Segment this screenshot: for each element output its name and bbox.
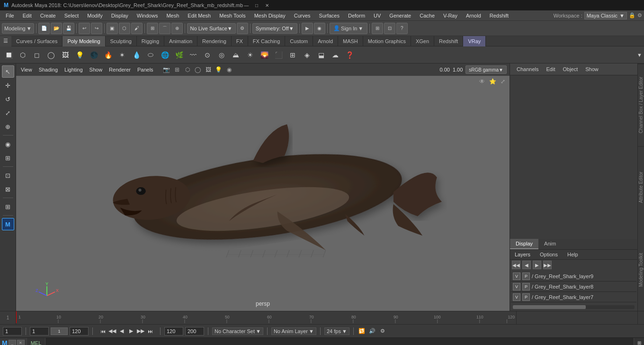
vp-icon-grid[interactable]: ⊞ — [172, 65, 182, 74]
maximize-button[interactable]: □ — [253, 2, 260, 9]
live-surface-dropdown[interactable]: No Live Surface ▼ — [187, 23, 236, 34]
fps-dropdown[interactable]: 24 fps ▼ — [324, 327, 349, 335]
help-subtab[interactable]: Help — [564, 251, 581, 258]
maya-logo-btn[interactable]: M — [2, 218, 14, 230]
edit-tab[interactable]: Edit — [543, 65, 558, 73]
lasso-select[interactable]: ⬡ — [119, 23, 130, 34]
vp-menu-show[interactable]: Show — [88, 66, 105, 73]
shelf-icon-16[interactable]: ⛰ — [229, 48, 242, 62]
tab-custom[interactable]: Custom — [285, 36, 313, 46]
workspace-dropdown[interactable]: Maya Classic ▼ — [584, 12, 627, 19]
snap-grid[interactable]: ⊞ — [147, 23, 158, 34]
paint-select[interactable]: 🖌 — [131, 23, 143, 34]
lock-icon[interactable]: 🔒 — [629, 12, 635, 18]
shelf-icon-2[interactable]: ◻ — [30, 48, 44, 62]
shelf-icon-10[interactable]: ⬭ — [144, 48, 157, 62]
range-start-field[interactable] — [30, 327, 49, 336]
mel-script-editor[interactable]: ⊞ — [634, 338, 644, 345]
shelf-right-control[interactable]: ▼ — [637, 52, 642, 58]
shelf-icon-15[interactable]: ◎ — [215, 48, 228, 62]
shelf-icon-14[interactable]: ⊙ — [201, 48, 214, 62]
close-button[interactable]: ✕ — [264, 2, 270, 9]
vp-bookmark-icon[interactable]: ⭐ — [488, 77, 497, 86]
layer-item-1[interactable]: V P / Grey_Reef_Shark_layer8 — [511, 281, 636, 292]
shelf-icon-12[interactable]: 🌿 — [172, 48, 186, 62]
step-forward-btn[interactable]: ▶▶ — [136, 327, 145, 336]
layer-item-2[interactable]: V P / Grey_Reef_Shark_layer7 — [511, 292, 636, 302]
layer-v-0[interactable]: V — [513, 272, 520, 280]
menu-mesh-tools[interactable]: Mesh Tools — [215, 12, 249, 19]
menu-mesh-display[interactable]: Mesh Display — [250, 12, 289, 19]
gamma-dropdown[interactable]: sRGB gamma ▼ — [465, 65, 507, 74]
tab-fx[interactable]: FX — [232, 36, 248, 46]
play-forward-btn[interactable]: ▶ — [127, 327, 135, 336]
ipr-btn[interactable]: ◉ — [314, 23, 325, 34]
menu-deform[interactable]: Deform — [344, 12, 369, 19]
vp-icon-shadow[interactable]: ◉ — [224, 65, 234, 74]
shelf-icon-22[interactable]: ⬓ — [314, 48, 328, 62]
audio-btn[interactable]: 🔊 — [368, 327, 376, 336]
shelf-icon-0[interactable]: 🔲 — [2, 48, 15, 62]
display-settings-icon[interactable]: ⊞ — [372, 23, 383, 34]
tab-arnold[interactable]: Arnold — [313, 36, 338, 46]
anim-layer-dropdown[interactable]: No Anim Layer ▼ — [271, 327, 316, 335]
frame-all-icon[interactable]: ⊡ — [384, 23, 395, 34]
layer-p-2[interactable]: P — [522, 293, 530, 301]
minimize-button[interactable]: — — [243, 2, 250, 9]
go-to-start-btn[interactable]: ⏮ — [98, 327, 107, 336]
soft-select[interactable]: ◉ — [2, 138, 14, 150]
vp-menu-shading[interactable]: Shading — [37, 66, 60, 73]
tab-fx-caching[interactable]: FX Caching — [248, 36, 285, 46]
snap-curve[interactable]: ⌒ — [159, 23, 170, 34]
mini-window-min[interactable]: _ — [9, 340, 16, 345]
mode-selector[interactable]: Modeling ▼ — [2, 23, 34, 34]
vp-icon-light[interactable]: 💡 — [214, 65, 224, 74]
rotate-tool[interactable]: ↺ — [2, 93, 14, 105]
viewport-2d[interactable]: ⊞ — [2, 200, 14, 213]
anim-max-field[interactable] — [185, 327, 204, 336]
display-tab[interactable]: Display — [510, 239, 538, 249]
step-back-btn[interactable]: ◀◀ — [108, 327, 116, 336]
vp-menu-lighting[interactable]: Lighting — [63, 66, 85, 73]
settings-icon[interactable]: ⚙ — [637, 12, 642, 18]
mel-input[interactable] — [45, 338, 634, 345]
tab-curves-surfaces[interactable]: Curves / Surfaces — [11, 36, 63, 46]
live-surface-options[interactable]: ⚙ — [237, 23, 248, 34]
vp-menu-view[interactable]: View — [19, 66, 34, 73]
save-file-button[interactable]: 💾 — [63, 23, 74, 34]
tab-motion-graphics[interactable]: Motion Graphics — [363, 36, 411, 46]
shelf-icon-5[interactable]: 💡 — [73, 48, 86, 62]
mini-window-close[interactable]: ✕ — [17, 340, 25, 345]
menu-display[interactable]: Display — [107, 12, 132, 19]
object-tab[interactable]: Object — [560, 65, 581, 73]
vp-camera-icon[interactable]: 👁 — [477, 77, 487, 86]
viewport-canvas[interactable]: persp X Y Z — [16, 64, 510, 311]
shelf-icon-4[interactable]: 🖼 — [59, 48, 72, 62]
play-back-btn[interactable]: ◀ — [117, 327, 126, 336]
viewport[interactable]: View Shading Lighting Show Renderer Pane… — [16, 64, 510, 311]
scale-tool[interactable]: ⤢ — [2, 107, 14, 119]
menu-arnold[interactable]: Arnold — [462, 12, 485, 19]
universal-manip[interactable]: ⊕ — [2, 120, 14, 133]
shelf-icon-21[interactable]: ◈ — [300, 48, 313, 62]
menu-generate[interactable]: Generate — [385, 12, 415, 19]
tab-mash[interactable]: MASH — [338, 36, 363, 46]
tab-sculpting[interactable]: Sculpting — [106, 36, 137, 46]
layer-nav-btn-1[interactable]: ◀◀ — [512, 261, 520, 269]
layer-p-0[interactable]: P — [522, 272, 530, 280]
tab-xgen[interactable]: XGen — [411, 36, 434, 46]
open-file-button[interactable]: 📂 — [51, 23, 62, 34]
shelf-icon-20[interactable]: ⊞ — [286, 48, 299, 62]
channel-box-strip[interactable]: Channel Box / Layer Editor — [638, 64, 644, 146]
tab-animation[interactable]: Animation — [164, 36, 197, 46]
range-end-field[interactable] — [70, 327, 89, 336]
snap-point[interactable]: ⊕ — [171, 23, 183, 34]
move-tool[interactable]: ✛ — [2, 79, 14, 91]
timeline-ruler[interactable]: 1 10 20 30 40 50 60 70 80 90 100 110 120 — [16, 311, 516, 324]
menu-select[interactable]: Select — [61, 12, 83, 19]
select-tool[interactable]: ▣ — [107, 23, 118, 34]
shelf-icon-17[interactable]: ☀ — [243, 48, 257, 62]
shelf-icon-7[interactable]: 🔥 — [101, 48, 115, 62]
vp-icon-smooth[interactable]: ◯ — [193, 65, 203, 74]
menu-redshift[interactable]: Redshift — [486, 12, 512, 19]
